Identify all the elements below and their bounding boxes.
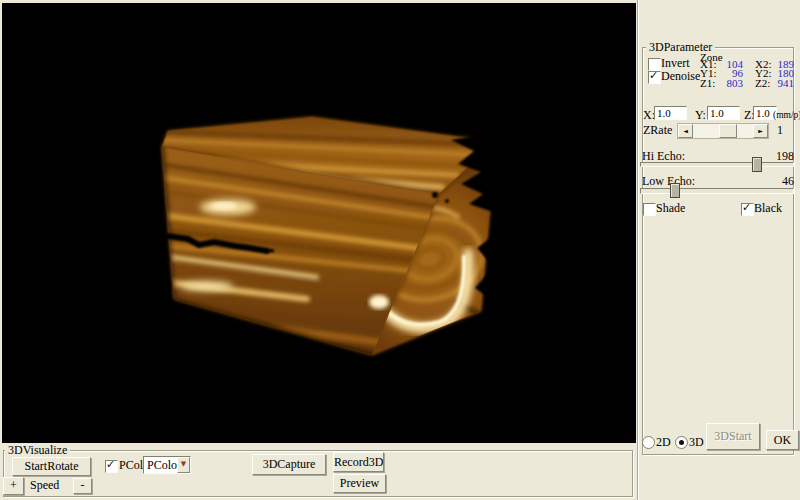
ok-button[interactable]: OK <box>766 430 799 450</box>
visualize-group-title: 3DVisualize <box>5 443 70 457</box>
shade-label: Shade <box>656 202 685 214</box>
hi-echo-slider-thumb[interactable] <box>752 157 762 172</box>
hi-echo-slider-track[interactable] <box>640 162 794 167</box>
radio-3d[interactable] <box>675 436 688 449</box>
parameter-panel: 3DParameter Invert Denoise Zone X1: 104 … <box>637 0 800 500</box>
pcolor-combobox-value: PColor <box>147 458 181 473</box>
speed-minus-button[interactable]: - <box>73 478 92 494</box>
record3d-button[interactable]: Record3D <box>333 452 384 472</box>
zone-table: X1: 104 X2: 189 Y1: 96 Y2: 180 Z1: 803 Z… <box>700 60 794 88</box>
x-scale-input[interactable] <box>654 106 687 120</box>
shade-checkbox[interactable] <box>643 203 656 216</box>
low-echo-label: Low Echo: <box>642 175 695 187</box>
ultrasound-volume-render <box>2 3 636 443</box>
zone-row-z: Z1: 803 Z2: 941 <box>700 79 794 88</box>
low-echo-slider-thumb[interactable] <box>670 183 680 198</box>
scale-unit-label: (mm/p) <box>773 109 800 121</box>
zrate-scroll-right-button[interactable]: ► <box>753 124 768 138</box>
zrate-scroll-left-button[interactable]: ◄ <box>678 124 693 138</box>
visualize-panel: 3DVisualize StartRotate + Speed - PColor… <box>0 443 637 500</box>
zrate-scrollbar-thumb[interactable] <box>719 124 737 138</box>
zone-z2-value: 941 <box>776 79 794 88</box>
radio-2d[interactable] <box>642 436 655 449</box>
zone-z1-value: 803 <box>721 79 743 88</box>
dropdown-arrow-icon[interactable]: ▼ <box>177 457 190 473</box>
denoise-label: Denoise <box>661 70 700 82</box>
render-viewport[interactable] <box>2 3 636 443</box>
black-checkbox[interactable] <box>741 203 754 216</box>
low-echo-value: 46 <box>758 175 794 187</box>
pcolor-combobox[interactable]: PColor ▼ <box>143 456 191 474</box>
low-echo-slider-track[interactable] <box>640 188 794 194</box>
y-scale-input[interactable] <box>707 106 740 120</box>
hi-echo-label: Hi Echo: <box>642 150 685 162</box>
hi-echo-value: 198 <box>758 150 794 162</box>
application-window: 3DParameter Invert Denoise Zone X1: 104 … <box>0 0 800 500</box>
zrate-scrollbar[interactable]: ◄ ► <box>677 123 769 139</box>
zone-z1-label: Z1: <box>700 79 721 88</box>
preview-button[interactable]: Preview <box>333 474 386 493</box>
y-scale-label: Y: <box>695 109 706 121</box>
capture3d-button[interactable]: 3DCapture <box>252 454 326 475</box>
zrate-label: ZRate <box>643 124 672 136</box>
start-rotate-button[interactable]: StartRotate <box>12 457 91 476</box>
radio-3d-label: 3D <box>689 436 704 448</box>
invert-label: Invert <box>661 57 690 69</box>
zone-z2-label: Z2: <box>755 79 776 88</box>
speed-label: Speed <box>30 479 59 491</box>
start3d-button[interactable]: 3DStart <box>706 423 760 450</box>
pcolor-checkbox[interactable] <box>105 460 118 473</box>
black-label: Black <box>754 202 782 214</box>
radio-2d-label: 2D <box>656 436 671 448</box>
zrate-value: 1 <box>777 124 783 136</box>
speed-plus-button[interactable]: + <box>3 477 24 495</box>
denoise-checkbox[interactable] <box>648 71 661 84</box>
